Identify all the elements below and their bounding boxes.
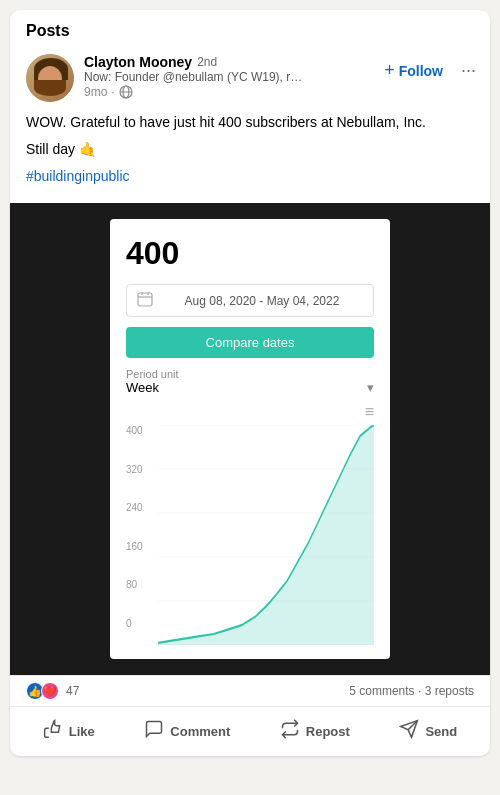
post-content: WOW. Grateful to have just hit 400 subsc… bbox=[10, 108, 490, 203]
reaction-emojis: 👍 ❤️ bbox=[26, 682, 56, 700]
time-ago: 9mo bbox=[84, 85, 107, 99]
send-icon bbox=[399, 719, 419, 744]
separator-dot: · bbox=[111, 85, 114, 99]
post-line-3: #buildinginpublic bbox=[26, 166, 474, 187]
follow-label: Follow bbox=[399, 63, 443, 79]
hashtag[interactable]: #buildinginpublic bbox=[26, 168, 130, 184]
follow-button[interactable]: + Follow bbox=[378, 56, 449, 85]
reactions-count: 47 bbox=[66, 684, 79, 698]
like-label: Like bbox=[69, 724, 95, 739]
follow-plus-icon: + bbox=[384, 60, 395, 81]
comment-label: Comment bbox=[170, 724, 230, 739]
period-unit-row: Period unit Week ▾ bbox=[126, 368, 374, 395]
send-button[interactable]: Send bbox=[389, 711, 467, 752]
post-header: Clayton Mooney 2nd Now: Founder @nebulla… bbox=[10, 44, 490, 108]
reactions-left: 👍 ❤️ 47 bbox=[26, 682, 79, 700]
author-name[interactable]: Clayton Mooney bbox=[84, 54, 192, 70]
avatar bbox=[26, 54, 74, 102]
period-value: Week bbox=[126, 380, 159, 395]
compare-dates-button[interactable]: Compare dates bbox=[126, 327, 374, 358]
y-label-240: 240 bbox=[126, 502, 158, 513]
reactions-bar: 👍 ❤️ 47 5 comments · 3 reposts bbox=[10, 675, 490, 707]
post-actions-top: + Follow ··· bbox=[378, 56, 480, 85]
card-header: Posts bbox=[10, 10, 490, 44]
y-label-80: 80 bbox=[126, 579, 158, 590]
reposts-count[interactable]: 3 reposts bbox=[425, 684, 474, 698]
post-card: Posts Clayton Mooney 2nd Now: Founder @n… bbox=[10, 10, 490, 756]
comment-button[interactable]: Comment bbox=[134, 711, 240, 752]
post-line-2: Still day 🤙 bbox=[26, 139, 474, 160]
y-label-400: 400 bbox=[126, 425, 158, 436]
line-chart-svg bbox=[158, 425, 374, 645]
connection-badge: 2nd bbox=[197, 55, 217, 69]
globe-icon bbox=[119, 85, 133, 99]
date-range-text: Aug 08, 2020 - May 04, 2022 bbox=[161, 294, 363, 308]
reactions-right: 5 comments · 3 reposts bbox=[349, 684, 474, 698]
reactions-separator: · bbox=[418, 684, 425, 698]
repost-icon bbox=[280, 719, 300, 744]
y-label-160: 160 bbox=[126, 541, 158, 552]
comments-count[interactable]: 5 comments bbox=[349, 684, 414, 698]
post-meta: 9mo · bbox=[84, 85, 474, 99]
y-label-320: 320 bbox=[126, 464, 158, 475]
post-line-1: WOW. Grateful to have just hit 400 subsc… bbox=[26, 112, 474, 133]
love-emoji: ❤️ bbox=[41, 682, 59, 700]
y-label-0: 0 bbox=[126, 618, 158, 629]
chart-menu-icon[interactable]: ≡ bbox=[365, 403, 374, 421]
repost-button[interactable]: Repost bbox=[270, 711, 360, 752]
like-button[interactable]: Like bbox=[33, 711, 105, 752]
calendar-icon bbox=[137, 291, 153, 310]
chart-wrapper: 400 Aug 08, 2020 - May 04, 2022 Comp bbox=[10, 203, 490, 675]
chart-big-value: 400 bbox=[126, 235, 374, 272]
date-range-row: Aug 08, 2020 - May 04, 2022 bbox=[126, 284, 374, 317]
chart-inner: 400 Aug 08, 2020 - May 04, 2022 Comp bbox=[110, 219, 390, 659]
author-title: Now: Founder @nebullam (YC W19), runnin.… bbox=[84, 70, 304, 84]
page-title: Posts bbox=[26, 22, 70, 39]
more-options-button[interactable]: ··· bbox=[457, 56, 480, 85]
send-label: Send bbox=[425, 724, 457, 739]
action-bar: Like Comment Repost bbox=[10, 707, 490, 756]
more-dots-icon: ··· bbox=[461, 60, 476, 81]
period-label: Period unit bbox=[126, 368, 374, 380]
period-select[interactable]: Week ▾ bbox=[126, 380, 374, 395]
like-icon bbox=[43, 719, 63, 744]
comment-icon bbox=[144, 719, 164, 744]
chevron-down-icon: ▾ bbox=[367, 380, 374, 395]
svg-rect-3 bbox=[138, 293, 152, 306]
repost-label: Repost bbox=[306, 724, 350, 739]
chart-area: 400 320 240 160 80 0 bbox=[126, 425, 374, 649]
